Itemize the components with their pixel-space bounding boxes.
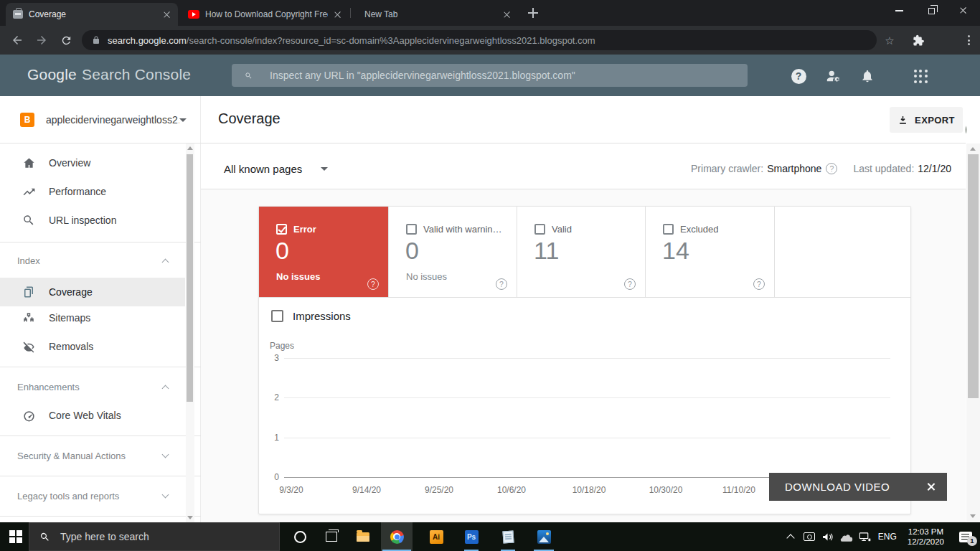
scroll-down-arrow[interactable] [187, 516, 193, 519]
card-excluded[interactable]: Excluded 14 [646, 207, 774, 298]
sidebar-item-performance[interactable]: Performance [0, 177, 185, 206]
card-valid[interactable]: Valid 11 [517, 207, 645, 298]
tray-volume[interactable] [819, 522, 837, 551]
chevron-down-icon [179, 118, 187, 122]
taskbar-chrome[interactable] [381, 522, 413, 551]
help-icon[interactable] [367, 278, 379, 290]
start-button[interactable] [0, 522, 32, 551]
refresh-button[interactable] [57, 32, 75, 49]
chevron-down-icon [162, 491, 169, 499]
taskbar-task-view[interactable] [316, 522, 347, 551]
export-label: EXPORT [915, 115, 955, 126]
excluded-checkbox[interactable] [663, 224, 674, 235]
divider [201, 143, 966, 143]
scrollbar-thumb[interactable] [187, 154, 193, 402]
valid-checkbox[interactable] [534, 224, 545, 235]
download-video-overlay[interactable]: DOWNLOAD VIDEO [769, 473, 947, 501]
taskbar-photoshop[interactable] [456, 522, 487, 551]
notifications-button[interactable] [858, 67, 877, 85]
y-tick: 0 [259, 472, 279, 482]
scroll-up-arrow[interactable] [187, 146, 193, 150]
section-legacy-tools[interactable]: Legacy tools and reports [0, 481, 185, 510]
scroll-down-arrow[interactable] [970, 514, 976, 518]
export-button[interactable]: EXPORT [890, 107, 963, 133]
card-value: 14 [662, 237, 689, 265]
user-settings-button[interactable] [824, 67, 843, 85]
forward-button[interactable] [33, 32, 50, 49]
help-icon[interactable] [496, 278, 507, 290]
valid-warnings-checkbox[interactable] [406, 224, 417, 235]
taskbar-file-explorer[interactable] [347, 522, 379, 551]
window-close-button[interactable] [948, 0, 980, 22]
url-inspect-searchbox[interactable]: Inspect any URL in "applecidervinegarwei… [232, 64, 748, 87]
page-scrollbar[interactable] [966, 143, 980, 522]
windows-taskbar: Type here to search ENG 12:03 PM 12/2/20… [0, 522, 980, 551]
sidebar-item-removals[interactable]: Removals [0, 332, 185, 361]
sidebar-item-overview[interactable]: Overview [0, 149, 185, 177]
taskbar-cortana[interactable] [284, 522, 316, 551]
tray-language[interactable]: ENG [875, 522, 900, 551]
impressions-checkbox[interactable] [271, 310, 283, 322]
notification-icon: 1 [959, 532, 972, 542]
card-error[interactable]: Error 0 No issues [259, 207, 388, 298]
sidebar-item-sitemaps[interactable]: Sitemaps [0, 303, 185, 332]
sidebar-scrollbar[interactable] [186, 143, 194, 522]
browser-tab-strip: Coverage How to Download Copyright Free … [0, 0, 980, 26]
logo-product: Search Console [82, 66, 191, 83]
property-selector[interactable]: applecidervinegarweightloss2… [0, 106, 187, 133]
section-security-manual-actions[interactable]: Security & Manual Actions [0, 441, 185, 470]
tray-onedrive[interactable] [837, 522, 856, 551]
puzzle-icon [913, 34, 925, 47]
help-icon[interactable] [826, 163, 837, 174]
date: 12/2/2020 [908, 537, 944, 547]
google-apps-button[interactable] [911, 67, 930, 85]
extensions-button[interactable] [910, 32, 927, 49]
search-placeholder: Type here to search [60, 531, 149, 542]
download-video-label[interactable]: DOWNLOAD VIDEO [785, 481, 890, 493]
x-tick: 11/10/20 [712, 485, 765, 495]
photos-icon [537, 530, 551, 544]
section-label: Legacy tools and reports [17, 491, 163, 501]
taskbar-photos[interactable] [528, 522, 560, 551]
window-minimize-button[interactable] [883, 0, 915, 22]
card-value: 0 [275, 237, 289, 265]
sidebar-item-coverage[interactable]: Coverage [0, 278, 185, 306]
window-restore-button[interactable] [915, 0, 948, 22]
tab-coverage[interactable]: Coverage [6, 3, 178, 26]
help-icon[interactable] [753, 278, 765, 290]
taskbar-illustrator[interactable] [420, 522, 452, 551]
tray-clock[interactable]: 12:03 PM 12/2/2020 [900, 527, 951, 547]
scroll-up-arrow[interactable] [970, 147, 976, 151]
sidebar-item-url-inspection[interactable]: URL inspection [0, 206, 185, 235]
windows-logo-icon [9, 530, 22, 543]
restore-icon [928, 8, 935, 14]
sidebar-item-label: Removals [49, 341, 93, 352]
help-button[interactable] [789, 67, 808, 85]
page-filter-dropdown[interactable]: All known pages [224, 158, 328, 179]
sidebar-item-core-web-vitals[interactable]: Core Web Vitals [0, 401, 185, 430]
gsc-logo[interactable]: GoogleSearch Console [27, 66, 191, 83]
scrollbar-thumb[interactable] [968, 154, 979, 398]
help-icon[interactable] [624, 278, 636, 290]
tab-youtube[interactable]: How to Download Copyright Free [181, 3, 349, 26]
browser-menu-button[interactable] [960, 32, 977, 49]
bookmark-button[interactable]: ☆ [881, 32, 898, 49]
tab-close-icon[interactable] [334, 11, 341, 19]
tray-action-center[interactable]: 1 [951, 522, 980, 551]
tray-screen-recorder[interactable] [800, 522, 819, 551]
taskbar-search[interactable]: Type here to search [29, 522, 280, 551]
card-valid-with-warnings[interactable]: Valid with warnin… 0 No issues [389, 207, 517, 298]
address-bar[interactable]: search.google.com/search-console/index?r… [82, 30, 877, 50]
taskbar-notepad[interactable] [492, 522, 524, 551]
overlay-close-icon[interactable] [926, 482, 936, 491]
tab-close-icon[interactable] [163, 11, 171, 19]
back-button[interactable] [9, 32, 26, 49]
speaker-icon [821, 531, 834, 543]
tray-expand-button[interactable] [781, 522, 800, 551]
impressions-toggle[interactable]: Impressions [271, 310, 351, 322]
section-index[interactable]: Index [0, 246, 185, 275]
tab-close-icon[interactable] [503, 11, 511, 19]
error-checkbox[interactable] [276, 224, 287, 235]
tab-new-tab[interactable]: New Tab [352, 3, 518, 26]
section-enhancements[interactable]: Enhancements [0, 372, 185, 401]
